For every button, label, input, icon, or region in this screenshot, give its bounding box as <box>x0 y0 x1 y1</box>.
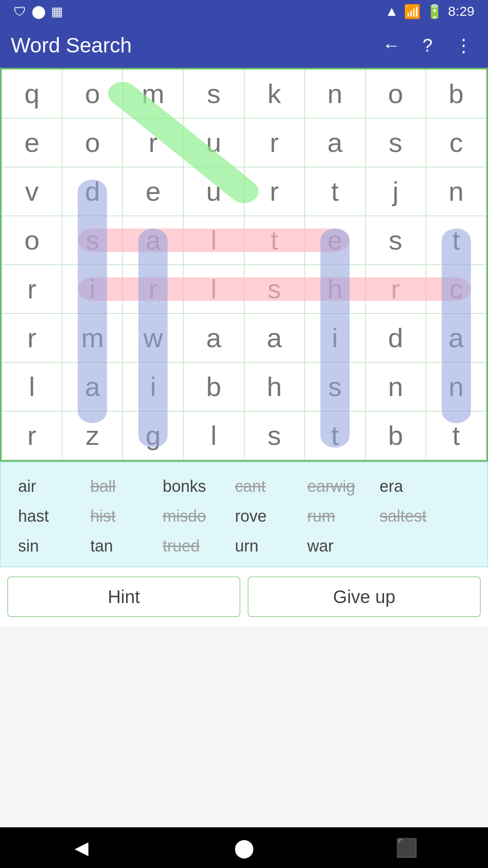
grid-cell[interactable]: r <box>2 411 62 460</box>
grid-cell[interactable]: r <box>244 118 305 167</box>
grid-cell[interactable]: t <box>244 216 305 265</box>
grid-cell[interactable]: i <box>305 314 365 363</box>
word-item: ball <box>87 475 159 498</box>
grid-cell[interactable]: v <box>2 167 62 216</box>
grid-cell[interactable]: a <box>123 216 183 265</box>
grid-cell[interactable]: a <box>305 118 365 167</box>
grid-cell[interactable]: c <box>426 118 486 167</box>
grid-cell[interactable]: a <box>244 314 305 363</box>
grid-cell[interactable]: t <box>426 216 486 265</box>
nav-bar: ◀ ⬤ ⬛ <box>0 827 488 868</box>
grid-cell[interactable]: n <box>426 363 486 411</box>
action-buttons: Hint Give up <box>0 567 488 626</box>
grid-cell[interactable]: h <box>244 363 305 411</box>
grid-cell[interactable]: e <box>123 167 183 216</box>
home-nav-icon[interactable]: ⬤ <box>228 832 260 863</box>
sim-icon: ▦ <box>51 4 63 19</box>
grid-cell[interactable]: b <box>365 411 426 460</box>
grid-cell[interactable]: r <box>123 265 183 314</box>
grid-cell[interactable]: k <box>244 70 305 118</box>
more-options-button[interactable]: ⋮ <box>450 32 477 59</box>
grid-cell[interactable]: d <box>62 167 123 216</box>
grid-cell[interactable]: l <box>2 363 62 411</box>
shield-icon: 🛡 <box>14 4 26 19</box>
word-item: hast <box>14 505 87 528</box>
grid-cell[interactable]: r <box>244 167 305 216</box>
grid-cell[interactable]: z <box>62 411 123 460</box>
word-item: war <box>304 535 376 557</box>
grid-cell[interactable]: q <box>2 70 62 118</box>
grid-cell[interactable]: l <box>183 265 244 314</box>
app-title: Word Search <box>11 33 369 57</box>
grid-cell[interactable]: a <box>426 314 486 363</box>
word-item: tan <box>87 535 159 557</box>
grid-cell[interactable]: b <box>183 363 244 411</box>
grid-cell[interactable]: m <box>123 70 183 118</box>
help-button[interactable]: ? <box>414 32 441 59</box>
grid-cell[interactable]: o <box>62 118 123 167</box>
grid-cell[interactable]: r <box>123 118 183 167</box>
grid-cell[interactable]: c <box>426 265 486 314</box>
grid-cell[interactable]: u <box>183 167 244 216</box>
status-icons: 🛡 ⬤ ▦ <box>14 4 63 19</box>
word-item: air <box>14 475 87 498</box>
grid-cell[interactable]: n <box>426 167 486 216</box>
back-nav-icon[interactable]: ◀ <box>66 832 97 863</box>
grid-cell[interactable]: o <box>2 216 62 265</box>
give-up-button[interactable]: Give up <box>248 576 481 617</box>
grid-cell[interactable]: h <box>305 265 365 314</box>
grid-table: qomsknobeorurascvdeurtjnosaltestrirlshrc… <box>1 69 487 460</box>
grid-cell[interactable]: t <box>305 411 365 460</box>
grid-cell[interactable]: s <box>244 265 305 314</box>
grid-cell[interactable]: j <box>365 167 426 216</box>
grid-cell[interactable]: b <box>426 70 486 118</box>
grid-cell[interactable]: u <box>183 118 244 167</box>
grid-cell[interactable]: e <box>2 118 62 167</box>
grid-cell[interactable]: l <box>183 411 244 460</box>
word-item: earwig <box>304 475 376 498</box>
grid-cell[interactable]: s <box>365 216 426 265</box>
grid-cell[interactable]: o <box>365 70 426 118</box>
signal-icon: 📶 <box>404 4 421 19</box>
wifi-icon: ▲ <box>385 4 399 19</box>
grid-cell[interactable]: i <box>62 265 123 314</box>
grid-cell[interactable]: n <box>365 363 426 411</box>
grid-cell[interactable]: r <box>2 314 62 363</box>
word-item: cant <box>231 475 304 498</box>
grid-cell[interactable]: s <box>183 70 244 118</box>
word-item: sin <box>14 535 87 557</box>
battery-icon: 🔋 <box>426 4 443 19</box>
circle-icon: ⬤ <box>32 4 46 19</box>
grid-cell[interactable]: e <box>305 216 365 265</box>
grid-cell[interactable]: m <box>62 314 123 363</box>
grid-cell[interactable]: s <box>244 411 305 460</box>
word-item: urn <box>231 535 304 557</box>
status-bar: 🛡 ⬤ ▦ ▲ 📶 🔋 8:29 <box>0 0 488 23</box>
grid-cell[interactable]: i <box>123 363 183 411</box>
grid-cell[interactable]: l <box>183 216 244 265</box>
grid-cell[interactable]: a <box>183 314 244 363</box>
grid-cell[interactable]: s <box>305 363 365 411</box>
grid-cell[interactable]: t <box>305 167 365 216</box>
grid-cell[interactable]: w <box>123 314 183 363</box>
word-list: airballbonkscantearwigerahasthistmisdoro… <box>0 462 488 567</box>
grid-cell[interactable]: s <box>365 118 426 167</box>
word-search-grid[interactable]: qomsknobeorurascvdeurtjnosaltestrirlshrc… <box>0 68 488 462</box>
grid-cell[interactable]: o <box>62 70 123 118</box>
grid-cell[interactable]: r <box>365 265 426 314</box>
top-bar: Word Search ← ? ⋮ <box>0 23 488 68</box>
grid-cell[interactable]: s <box>62 216 123 265</box>
word-item: rove <box>231 505 304 528</box>
recents-nav-icon[interactable]: ⬛ <box>391 832 422 863</box>
hint-button[interactable]: Hint <box>7 576 240 617</box>
grid-cell[interactable]: n <box>305 70 365 118</box>
back-button[interactable]: ← <box>378 32 405 59</box>
grid-cell[interactable]: d <box>365 314 426 363</box>
time-display: 8:29 <box>448 4 474 19</box>
word-item: rum <box>304 505 376 528</box>
grid-cell[interactable]: r <box>2 265 62 314</box>
word-item: hist <box>87 505 159 528</box>
grid-cell[interactable]: t <box>426 411 486 460</box>
grid-cell[interactable]: a <box>62 363 123 411</box>
grid-cell[interactable]: g <box>123 411 183 460</box>
